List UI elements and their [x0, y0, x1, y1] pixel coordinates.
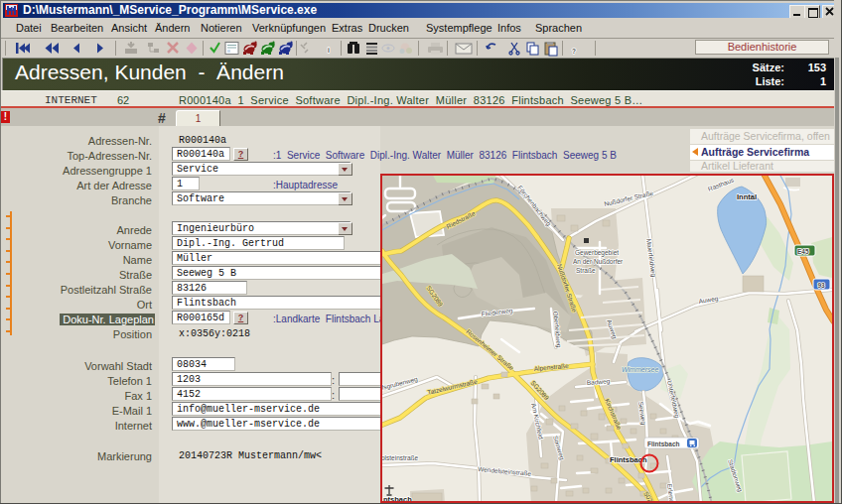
- svg-text:Straße: Straße: [576, 267, 596, 274]
- svg-text:Gewerbegebiet: Gewerbegebiet: [575, 249, 619, 257]
- svg-text:Wimmersee: Wimmersee: [622, 366, 658, 373]
- svg-text:i: i: [328, 47, 330, 54]
- svg-text:ntsbach: ntsbach: [383, 495, 412, 503]
- svg-text:olsteinstraße: olsteinstraße: [382, 454, 419, 461]
- svg-text:E45: E45: [797, 248, 809, 255]
- svg-text:Inntal: Inntal: [737, 192, 757, 201]
- svg-text:?: ?: [572, 48, 576, 55]
- svg-text:An der Nußdorfer: An der Nußdorfer: [573, 258, 624, 265]
- svg-text:93: 93: [818, 282, 826, 289]
- svg-text:Flintsbach: Flintsbach: [647, 441, 680, 447]
